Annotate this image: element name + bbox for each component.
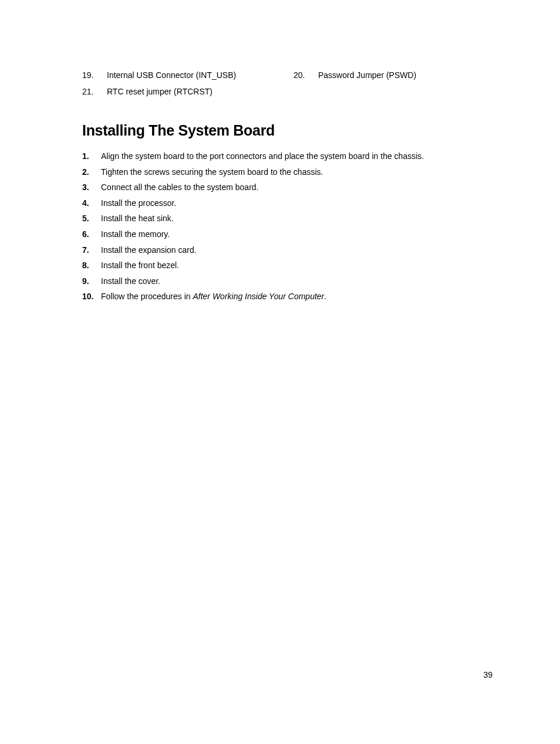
step-text: Tighten the screws securing the system b… bbox=[101, 167, 492, 178]
step-text: Install the processor. bbox=[101, 198, 492, 209]
connector-num: 20. bbox=[294, 70, 318, 80]
step-item: 2. Tighten the screws securing the syste… bbox=[82, 167, 492, 178]
step-text: Follow the procedures in After Working I… bbox=[101, 291, 492, 303]
step-text: Install the expansion card. bbox=[101, 245, 492, 256]
connector-item: 21. RTC reset jumper (RTCRST) bbox=[82, 87, 294, 96]
step-num: 8. bbox=[82, 260, 101, 272]
step-num: 7. bbox=[82, 245, 101, 256]
step-num: 3. bbox=[82, 182, 101, 194]
step-text-prefix: Follow the procedures in bbox=[101, 292, 193, 301]
step-text: Connect all the cables to the system boa… bbox=[101, 182, 492, 194]
step-text: Align the system board to the port conne… bbox=[101, 151, 492, 163]
connector-list: 19. Internal USB Connector (INT_USB) 20.… bbox=[82, 70, 492, 103]
step-text: Install the heat sink. bbox=[101, 213, 492, 225]
step-num: 10. bbox=[82, 291, 101, 303]
step-text: Install the front bezel. bbox=[101, 260, 492, 272]
step-item: 5. Install the heat sink. bbox=[82, 213, 492, 225]
step-item: 9. Install the cover. bbox=[82, 276, 492, 288]
step-num: 1. bbox=[82, 151, 101, 163]
step-num: 5. bbox=[82, 213, 101, 225]
connector-text: Password Jumper (PSWD) bbox=[318, 70, 481, 80]
step-num: 4. bbox=[82, 198, 101, 209]
step-num: 6. bbox=[82, 229, 101, 241]
connector-text: Internal USB Connector (INT_USB) bbox=[107, 70, 294, 80]
steps-list: 1. Align the system board to the port co… bbox=[82, 151, 492, 303]
connector-text: RTC reset jumper (RTCRST) bbox=[107, 87, 294, 96]
step-item: 7. Install the expansion card. bbox=[82, 245, 492, 256]
connector-num: 19. bbox=[82, 70, 107, 80]
step-item: 6. Install the memory. bbox=[82, 229, 492, 241]
step-text: Install the cover. bbox=[101, 276, 492, 288]
step-text-suffix: . bbox=[324, 292, 326, 301]
connector-item: 20. Password Jumper (PSWD) bbox=[294, 70, 481, 80]
connector-item: 19. Internal USB Connector (INT_USB) bbox=[82, 70, 294, 80]
step-num: 2. bbox=[82, 167, 101, 178]
page-number: 39 bbox=[483, 670, 492, 679]
step-item: 4. Install the processor. bbox=[82, 198, 492, 209]
step-text-italic: After Working Inside Your Computer bbox=[193, 292, 324, 301]
step-item: 3. Connect all the cables to the system … bbox=[82, 182, 492, 194]
step-text: Install the memory. bbox=[101, 229, 492, 241]
step-item: 8. Install the front bezel. bbox=[82, 260, 492, 272]
connector-num: 21. bbox=[82, 87, 107, 96]
section-heading: Installing The System Board bbox=[82, 122, 492, 139]
step-num: 9. bbox=[82, 276, 101, 288]
step-item: 10. Follow the procedures in After Worki… bbox=[82, 291, 492, 303]
step-item: 1. Align the system board to the port co… bbox=[82, 151, 492, 163]
